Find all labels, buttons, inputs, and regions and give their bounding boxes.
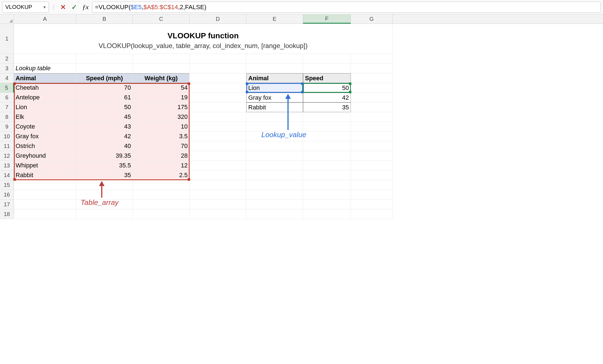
cancel-button[interactable]: ✕ [58,2,68,12]
cell[interactable] [190,112,246,122]
cell[interactable] [246,151,303,161]
row-header-1[interactable]: 1 [0,24,14,54]
cell[interactable] [190,209,246,219]
cell[interactable] [303,151,351,161]
table-cell[interactable]: 70 [133,141,190,151]
cell[interactable] [303,54,351,64]
table-cell[interactable]: 19 [133,93,190,102]
cell[interactable] [351,54,393,64]
cell[interactable] [76,54,133,64]
cell[interactable] [246,200,303,209]
table-cell[interactable]: 320 [133,112,190,122]
cell[interactable] [133,64,190,73]
cell[interactable] [190,190,246,200]
table-cell[interactable]: 45 [76,112,133,122]
cell[interactable] [303,64,351,73]
cell[interactable] [246,161,303,170]
cell[interactable] [76,180,133,190]
cell[interactable] [190,200,246,209]
cell[interactable] [351,83,393,93]
cell[interactable] [190,161,246,170]
row-header-2[interactable]: 2 [0,54,14,64]
cell[interactable] [190,180,246,190]
cell[interactable] [303,132,351,141]
cell[interactable] [303,180,351,190]
row-header-13[interactable]: 13 [0,161,14,170]
cell[interactable] [14,200,76,209]
fx-icon[interactable]: ƒx [81,3,90,11]
cell[interactable] [14,209,76,219]
right-cell-animal[interactable]: Rabbit [246,102,303,112]
title-cell[interactable]: VLOOKUP function VLOOKUP(lookup_value, t… [14,24,393,54]
row-header-17[interactable]: 17 [0,200,14,209]
col-header-E[interactable]: E [246,14,303,24]
cell[interactable] [303,170,351,180]
table-cell[interactable]: Antelope [14,93,76,102]
right-cell-speed[interactable]: 42 [303,93,351,102]
cell[interactable] [351,200,393,209]
row-header-18[interactable]: 18 [0,209,14,219]
cell[interactable] [303,112,351,122]
cell[interactable] [190,141,246,151]
cell[interactable] [351,190,393,200]
table-cell[interactable]: 40 [76,141,133,151]
cell[interactable] [351,170,393,180]
right-cell-speed[interactable]: 50 [303,83,351,93]
cell[interactable] [246,190,303,200]
table-cell[interactable]: Rabbit [14,170,76,180]
cell[interactable] [190,122,246,132]
row-header-7[interactable]: 7 [0,102,14,112]
col-header-B[interactable]: B [76,14,133,24]
cell[interactable] [14,54,76,64]
table-cell[interactable]: 35 [76,170,133,180]
table-header-animal[interactable]: Animal [14,73,76,83]
right-header-speed[interactable]: Speed [303,73,351,83]
cell[interactable] [303,161,351,170]
cell[interactable] [303,209,351,219]
row-header-16[interactable]: 16 [0,190,14,200]
row-header-3[interactable]: 3 [0,64,14,73]
row-header-8[interactable]: 8 [0,112,14,122]
right-cell-speed[interactable]: 35 [303,102,351,112]
cell[interactable] [190,151,246,161]
table-cell[interactable]: Ostrich [14,141,76,151]
cell[interactable] [190,83,246,93]
cell[interactable] [76,200,133,209]
row-header-14[interactable]: 14 [0,170,14,180]
cell[interactable] [76,64,133,73]
cell[interactable] [246,170,303,180]
cell[interactable] [133,209,190,219]
select-all-corner[interactable] [0,14,14,24]
cell[interactable] [351,141,393,151]
table-cell[interactable]: 2.5 [133,170,190,180]
cell[interactable] [246,112,303,122]
cell[interactable] [190,132,246,141]
table-cell[interactable]: 42 [76,132,133,141]
row-header-6[interactable]: 6 [0,93,14,102]
lookup-table-caption[interactable]: Lookup table [14,64,76,73]
formula-input[interactable]: =VLOOKUP($E5,$A$5:$C$14,2,FALSE) [92,2,601,13]
cell[interactable] [246,141,303,151]
table-cell[interactable]: 54 [133,83,190,93]
table-cell[interactable]: Greyhound [14,151,76,161]
accept-button[interactable]: ✓ [70,2,79,12]
right-header-animal[interactable]: Animal [246,73,303,83]
cell[interactable] [351,112,393,122]
row-header-12[interactable]: 12 [0,151,14,161]
cell[interactable] [133,180,190,190]
cell[interactable] [351,64,393,73]
cell[interactable] [76,209,133,219]
cell[interactable] [351,122,393,132]
cell[interactable] [246,209,303,219]
table-cell[interactable]: Elk [14,112,76,122]
table-cell[interactable]: Gray fox [14,132,76,141]
cell[interactable] [190,54,246,64]
table-cell[interactable]: Coyote [14,122,76,132]
table-cell[interactable]: 70 [76,83,133,93]
cell[interactable] [76,190,133,200]
col-header-F[interactable]: F [303,14,351,24]
cell[interactable] [14,190,76,200]
name-box[interactable]: VLOOKUP ▼ [2,2,49,13]
row-header-4[interactable]: 4 [0,73,14,83]
table-cell[interactable]: 28 [133,151,190,161]
